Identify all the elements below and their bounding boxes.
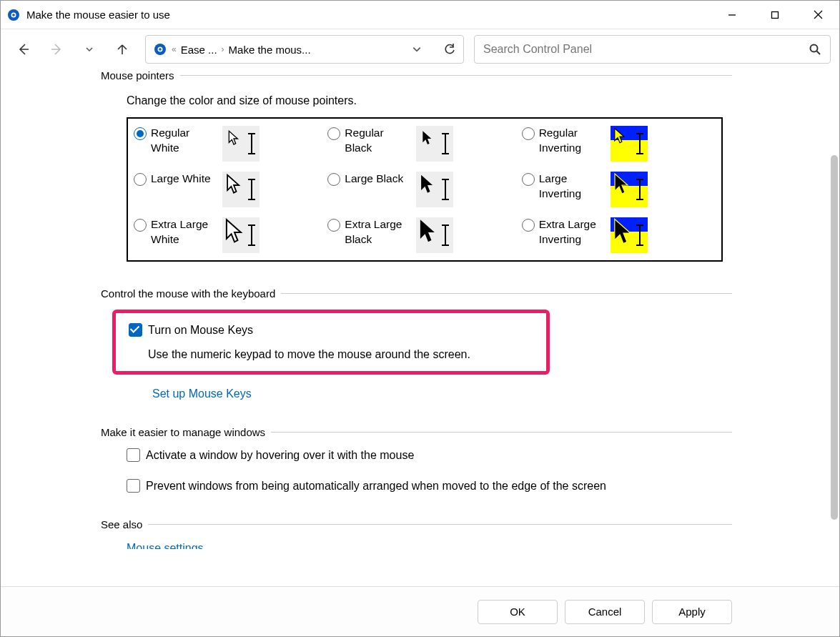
forward-button[interactable] [42, 35, 71, 64]
search-icon[interactable] [809, 43, 821, 56]
scrollbar-thumb[interactable] [831, 155, 838, 520]
prevent-snap-label: Prevent windows from being automatically… [146, 480, 606, 493]
prevent-snap-checkbox[interactable] [127, 479, 140, 493]
cancel-button[interactable]: Cancel [565, 600, 645, 624]
radio-large-black[interactable] [327, 173, 340, 186]
manage-windows-heading: Make it easier to manage windows [101, 426, 265, 438]
search-box[interactable] [474, 35, 831, 64]
address-bar[interactable]: « Ease ... › Make the mous... [145, 35, 464, 64]
setup-mouse-keys-link[interactable]: Set up Mouse Keys [152, 387, 252, 400]
pointer-option-xl-white[interactable]: Extra Large White [134, 217, 327, 253]
control-panel-icon [153, 42, 167, 56]
radio-regular-white[interactable] [134, 127, 147, 140]
mouse-keys-highlight: Turn on Mouse Keys Use the numeric keypa… [112, 310, 550, 375]
breadcrumb-current[interactable]: Make the mous... [229, 44, 311, 56]
swatch-xl-white [222, 217, 260, 253]
swatch-large-black [416, 172, 453, 207]
hover-activate-label: Activate a window by hovering over it wi… [146, 449, 414, 462]
breadcrumb-overflow[interactable]: « [172, 44, 177, 54]
scrollbar[interactable] [828, 69, 838, 586]
pointer-option-regular-black[interactable]: Regular Black [327, 126, 521, 162]
close-button[interactable] [796, 1, 839, 29]
section-keyboard-control: Control the mouse with the keyboard [101, 287, 732, 300]
title-bar: Make the mouse easier to use [1, 1, 839, 29]
nav-bar: « Ease ... › Make the mous... [1, 29, 839, 69]
breadcrumb-ease[interactable]: Ease ... [181, 44, 217, 56]
refresh-icon[interactable] [443, 43, 456, 56]
radio-regular-inverting[interactable] [522, 127, 535, 140]
window-title: Make the mouse easier to use [26, 9, 170, 21]
back-button[interactable] [9, 35, 38, 64]
prevent-snap-row[interactable]: Prevent windows from being automatically… [127, 479, 732, 493]
pointer-option-large-black[interactable]: Large Black [327, 172, 521, 207]
radio-large-inverting[interactable] [522, 173, 535, 186]
swatch-regular-black [416, 126, 453, 162]
svg-line-11 [817, 51, 821, 55]
footer: OK Cancel Apply [1, 586, 839, 636]
svg-point-10 [811, 45, 818, 52]
svg-rect-4 [772, 11, 779, 18]
swatch-regular-white [222, 126, 260, 162]
search-input[interactable] [483, 43, 809, 56]
mouse-pointers-heading: Mouse pointers [101, 69, 174, 82]
pointer-option-xl-black[interactable]: Extra Large Black [327, 217, 521, 253]
swatch-large-white [222, 172, 260, 207]
mouse-keys-label: Turn on Mouse Keys [148, 324, 253, 337]
mouse-keys-row[interactable]: Turn on Mouse Keys [129, 323, 532, 337]
radio-xl-inverting[interactable] [522, 219, 535, 232]
swatch-xl-inverting [611, 217, 648, 253]
swatch-large-inverting [611, 172, 648, 207]
pointer-option-regular-white[interactable]: Regular White [134, 126, 327, 162]
section-manage-windows: Make it easier to manage windows [101, 426, 732, 438]
keyboard-control-heading: Control the mouse with the keyboard [101, 287, 275, 300]
pointer-option-large-inverting[interactable]: Large Inverting [522, 172, 716, 207]
svg-point-2 [12, 14, 15, 16]
see-also-heading: See also [101, 518, 142, 530]
section-see-also: See also [101, 518, 732, 530]
apply-button[interactable]: Apply [652, 600, 732, 624]
radio-regular-black[interactable] [327, 127, 340, 140]
pointer-option-large-white[interactable]: Large White [134, 172, 327, 207]
ok-button[interactable]: OK [478, 600, 558, 624]
up-button[interactable] [108, 35, 137, 64]
pointer-option-regular-inverting[interactable]: Regular Inverting [522, 126, 716, 162]
swatch-regular-inverting [611, 126, 648, 162]
radio-large-white[interactable] [134, 173, 147, 186]
recent-dropdown[interactable] [75, 35, 104, 64]
pointer-options-box: Regular White Regular Black [127, 117, 723, 262]
mouse-settings-link[interactable]: Mouse settings [127, 542, 204, 549]
radio-xl-white[interactable] [134, 219, 147, 232]
maximize-button[interactable] [753, 1, 796, 29]
svg-point-9 [159, 48, 162, 51]
address-dropdown-icon[interactable] [412, 44, 422, 54]
minimize-button[interactable] [711, 1, 753, 29]
mouse-pointers-sub: Change the color and size of mouse point… [127, 94, 732, 107]
mouse-keys-checkbox[interactable] [129, 323, 142, 337]
mouse-keys-desc: Use the numeric keypad to move the mouse… [148, 348, 532, 361]
breadcrumb-sep-icon: › [222, 44, 224, 54]
pointer-option-xl-inverting[interactable]: Extra Large Inverting [522, 217, 716, 253]
swatch-xl-black [416, 217, 453, 253]
radio-xl-black[interactable] [327, 219, 340, 232]
app-icon [6, 8, 21, 22]
hover-activate-row[interactable]: Activate a window by hovering over it wi… [127, 448, 732, 462]
section-mouse-pointers: Mouse pointers [101, 69, 732, 82]
hover-activate-checkbox[interactable] [127, 448, 140, 462]
